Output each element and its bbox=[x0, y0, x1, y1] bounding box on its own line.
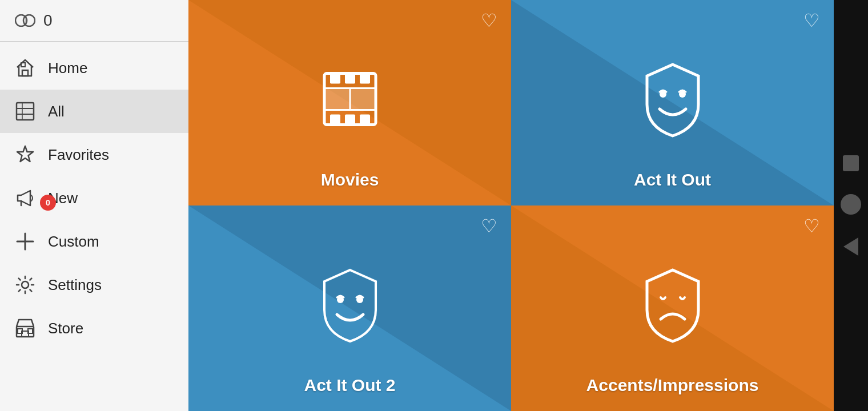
sidebar-item-label-home: Home bbox=[48, 59, 87, 77]
act-it-out-2-icon bbox=[313, 264, 387, 344]
sidebar-item-label-all: All bbox=[48, 103, 65, 120]
sidebar-item-store[interactable]: Store bbox=[0, 307, 188, 350]
home-icon bbox=[14, 57, 37, 79]
sidebar-item-all[interactable]: All bbox=[0, 90, 188, 133]
sidebar-item-label-settings: Settings bbox=[48, 276, 102, 294]
back-button[interactable] bbox=[843, 237, 858, 256]
cell-label-accents-impressions: Accents/Impressions bbox=[586, 376, 759, 395]
svg-rect-18 bbox=[345, 74, 355, 84]
badge-count: 0 bbox=[43, 11, 53, 30]
sidebar-item-favorites[interactable]: Favorites bbox=[0, 133, 188, 176]
favorite-icon-act-it-out[interactable]: ♡ bbox=[803, 11, 820, 30]
svg-rect-4 bbox=[17, 103, 34, 120]
sidebar-item-settings[interactable]: Settings bbox=[0, 263, 188, 307]
favorite-icon-movies[interactable]: ♡ bbox=[481, 11, 497, 30]
all-icon bbox=[14, 100, 37, 123]
accents-impressions-icon bbox=[636, 264, 710, 344]
notification-badge: 0 bbox=[40, 195, 56, 211]
sidebar-item-label-favorites: Favorites bbox=[48, 146, 109, 164]
grid-cell-accents-impressions[interactable]: ♡ Accents/Impressions bbox=[511, 206, 834, 411]
cell-label-act-it-out: Act It Out bbox=[634, 170, 711, 190]
toggle-icon[interactable] bbox=[14, 9, 37, 32]
plus-icon bbox=[14, 230, 37, 253]
circle-button[interactable] bbox=[841, 194, 861, 215]
grid-cell-movies[interactable]: ♡ Movies bbox=[188, 0, 511, 206]
sidebar-item-label-store: Store bbox=[48, 320, 83, 337]
svg-rect-19 bbox=[360, 74, 370, 84]
svg-rect-2 bbox=[22, 70, 28, 76]
sidebar-header: 0 bbox=[0, 0, 188, 42]
store-icon bbox=[14, 317, 37, 340]
sidebar-item-new[interactable]: 0 New bbox=[0, 176, 188, 220]
grid-cell-act-it-out[interactable]: ♡ Act It Out bbox=[511, 0, 834, 206]
device-controls bbox=[834, 0, 868, 411]
favorite-icon-accents[interactable]: ♡ bbox=[803, 217, 820, 235]
act-it-out-icon bbox=[636, 59, 710, 139]
svg-rect-22 bbox=[360, 115, 370, 125]
square-button[interactable] bbox=[843, 155, 859, 171]
svg-rect-17 bbox=[330, 74, 340, 84]
cell-label-act-it-out-2: Act It Out 2 bbox=[304, 376, 395, 395]
cell-label-movies: Movies bbox=[321, 170, 379, 190]
sidebar: 0 Home bbox=[0, 0, 188, 411]
gear-icon bbox=[14, 273, 37, 296]
favorite-icon-act-it-out-2[interactable]: ♡ bbox=[481, 217, 497, 235]
svg-rect-20 bbox=[330, 115, 340, 125]
svg-point-10 bbox=[22, 281, 29, 288]
grid-cell-act-it-out-2[interactable]: ♡ Act It Out 2 bbox=[188, 206, 511, 411]
star-icon bbox=[14, 143, 37, 166]
movies-icon bbox=[313, 62, 387, 136]
megaphone-icon: 0 bbox=[14, 187, 37, 209]
sidebar-item-label-custom: Custom bbox=[48, 233, 99, 251]
main-grid: ♡ Movies ♡ bbox=[188, 0, 834, 411]
svg-rect-21 bbox=[345, 115, 355, 125]
sidebar-item-custom[interactable]: Custom bbox=[0, 220, 188, 263]
sidebar-nav: Home All Favorites bbox=[0, 42, 188, 354]
sidebar-item-home[interactable]: Home bbox=[0, 46, 188, 90]
